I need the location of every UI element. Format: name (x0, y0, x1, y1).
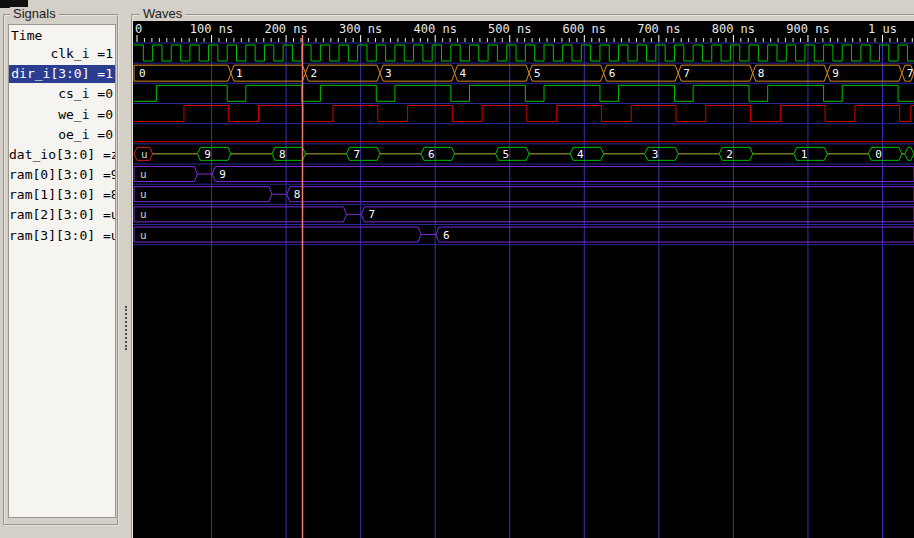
signal-list-item-ram[1][3:0][interactable]: ram[1][3:0] =8 (9, 186, 115, 204)
svg-text:1: 1 (236, 67, 243, 80)
svg-text:u: u (140, 188, 147, 201)
svg-text:2: 2 (726, 148, 733, 161)
svg-text:1: 1 (801, 148, 808, 161)
signal-list-item-dat_io[3:0][interactable]: dat_io[3:0] =z (9, 146, 115, 164)
svg-text:4: 4 (460, 67, 467, 80)
svg-text:9: 9 (219, 168, 226, 181)
svg-text:8: 8 (758, 67, 765, 80)
signal-list-item-clk_i[interactable]: clk_i =1 (9, 45, 115, 63)
svg-text:7: 7 (368, 208, 375, 221)
wave-row-ram[1]: u8 (134, 187, 914, 202)
time-label: 600 ns (563, 22, 606, 36)
svg-text:7: 7 (683, 67, 690, 80)
svg-text:0: 0 (875, 148, 882, 161)
svg-text:u: u (140, 168, 147, 181)
svg-text:8: 8 (279, 148, 286, 161)
svg-text:7: 7 (353, 148, 360, 161)
svg-text:5: 5 (534, 67, 541, 80)
time-label: 0 (135, 22, 142, 36)
gtkwave-window: Signals Time clk_i =1dir_i[3:0] =1cs_i =… (0, 0, 914, 538)
wave-row-dat_io: u9876543210 (134, 147, 914, 161)
svg-text:4: 4 (577, 148, 584, 161)
svg-text:u: u (141, 148, 148, 161)
svg-text:3: 3 (385, 67, 392, 80)
wave-row-ram[3]: u6 (134, 227, 914, 242)
svg-text:9: 9 (832, 67, 839, 80)
time-label: 200 ns (264, 22, 307, 36)
svg-text:6: 6 (428, 148, 435, 161)
wave-row-clk_i (134, 45, 914, 61)
time-label: 100 ns (190, 22, 233, 36)
svg-text:6: 6 (443, 229, 450, 242)
signal-list[interactable]: Time clk_i =1dir_i[3:0] =1cs_i =0we_i =0… (8, 24, 116, 518)
svg-text:0: 0 (139, 67, 146, 80)
time-label: 700 ns (637, 22, 680, 36)
svg-text:u: u (140, 229, 147, 242)
wave-row-dir_i: 01234567897 (134, 65, 914, 81)
svg-text:5: 5 (503, 148, 510, 161)
svg-text:3: 3 (652, 148, 659, 161)
timebar: 0100 ns200 ns300 ns400 ns500 ns600 ns700… (135, 22, 912, 42)
time-header: Time (11, 28, 42, 44)
signal-list-item-ram[2][3:0][interactable]: ram[2][3:0] =u (9, 206, 115, 224)
grid-lines (212, 42, 883, 538)
svg-text:9: 9 (204, 148, 211, 161)
signal-list-item-we_i[interactable]: we_i =0 (9, 106, 115, 124)
signal-list-item-oe_i[interactable]: oe_i =0 (9, 126, 115, 144)
signal-list-item-ram[3][3:0][interactable]: ram[3][3:0] =u (9, 227, 115, 245)
svg-text:u: u (140, 208, 147, 221)
signal-list-item-cs_i[interactable]: cs_i =0 (9, 85, 115, 103)
signals-frame-label: Signals (10, 7, 59, 21)
time-label: 1 us (868, 22, 897, 36)
time-label: 300 ns (339, 22, 382, 36)
signal-list-item-dir_i[3:0][interactable]: dir_i[3:0] =1 (9, 65, 115, 83)
wave-row-we_i (134, 106, 914, 122)
time-label: 900 ns (786, 22, 829, 36)
wave-svg: 0100 ns200 ns300 ns400 ns500 ns600 ns700… (133, 21, 914, 538)
signal-list-item-ram[0][3:0][interactable]: ram[0][3:0] =9 (9, 166, 115, 184)
wave-row-ram[2]: u7 (134, 207, 914, 222)
wave-canvas[interactable]: 0100 ns200 ns300 ns400 ns500 ns600 ns700… (133, 21, 914, 538)
time-label: 500 ns (488, 22, 531, 36)
svg-text:6: 6 (609, 67, 616, 80)
waves-frame-label: Waves (140, 7, 185, 21)
svg-text:8: 8 (294, 188, 301, 201)
wave-row-cs_i (134, 85, 914, 101)
svg-text:7: 7 (907, 67, 914, 80)
time-label: 400 ns (414, 22, 457, 36)
time-label: 800 ns (712, 22, 755, 36)
wave-row-ram[0]: u9 (134, 167, 914, 182)
row-separators (133, 43, 914, 245)
svg-text:2: 2 (310, 67, 317, 80)
